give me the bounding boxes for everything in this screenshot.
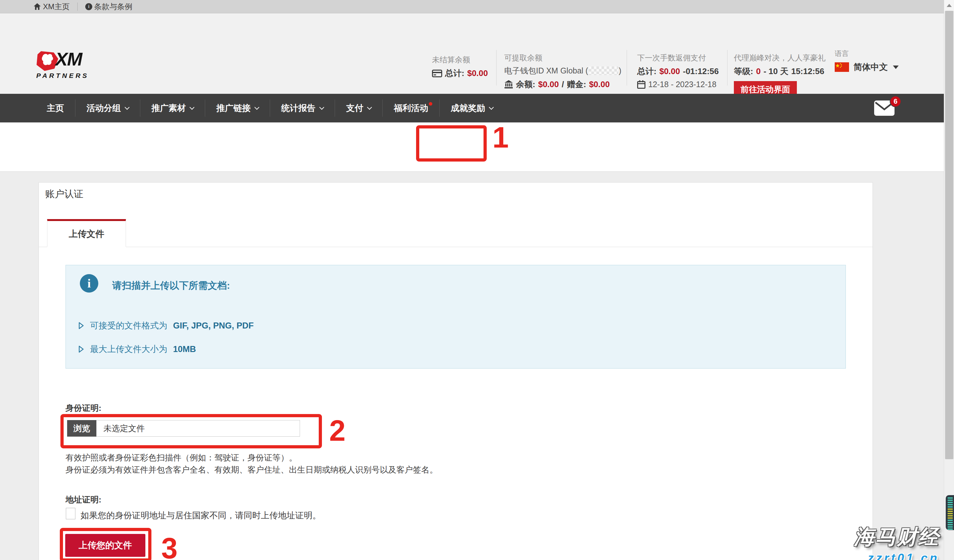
account-verification-card: 账户认证 上传文件 请扫描并上传以下所需文档: 可接受的文件格式为 GIF, J… — [39, 182, 873, 560]
scrollbar-thumb[interactable] — [945, 11, 953, 459]
wallet-separator: / — [562, 79, 564, 89]
unsettled-total-label: 总计: — [445, 68, 465, 79]
play-bullet-icon — [78, 322, 84, 330]
header-divider — [496, 50, 497, 86]
unsettled-total-value: $0.00 — [467, 68, 488, 78]
info-icon — [85, 3, 92, 10]
next-rebate-section: 下一次手数返佣支付 总计: $0.00 -01:12:56 12-18 - 20… — [637, 53, 719, 89]
nav-item-promo-materials[interactable]: 推广素材 — [140, 100, 205, 117]
nav-label: 福利活动 — [394, 103, 428, 114]
logo-xm-text: XM — [55, 48, 82, 70]
wallet-balance-label: 余额: — [516, 79, 535, 90]
nav-item-statistics-reports[interactable]: 统计报告 — [270, 100, 335, 117]
rebate-label: 下一次手数返佣支付 — [637, 53, 719, 63]
language-selected: 简体中文 — [853, 61, 888, 73]
topbar-home-label: XM主页 — [43, 2, 70, 12]
china-flag-icon — [835, 62, 849, 72]
stripe-widget — [946, 495, 954, 530]
tab-upload-file[interactable]: 上传文件 — [47, 219, 126, 247]
rebate-countdown: -01:12:56 — [683, 67, 719, 76]
page: XM主页 条款与条例 XM PARTNERS 未结算余额 — [0, 0, 954, 560]
nav-item-activity-groups[interactable]: 活动分组 — [75, 100, 140, 117]
nav-item-home[interactable]: 主页 — [36, 100, 75, 117]
wallet-bonus-label: 赠金: — [567, 79, 586, 90]
user-bar: 尊敬的SAN，您好 当前等级： Bronze 升级攻略 代理成就奖励计划，尊享更… — [0, 123, 944, 172]
identity-proof-label: 身份证明: — [65, 403, 101, 414]
chevron-down-icon — [489, 105, 494, 110]
wallet-id-suffix: ) — [619, 66, 621, 75]
card-icon — [432, 70, 442, 77]
topbar-link-xm-home[interactable]: XM主页 — [33, 2, 70, 12]
info-item-formats: 可接受的文件格式为 GIF, JPG, PNG, PDF — [78, 320, 254, 331]
info-item-bold: GIF, JPG, PNG, PDF — [173, 321, 254, 331]
nav-label: 成就奖励 — [451, 103, 485, 114]
annotation-number-3: 3 — [161, 534, 178, 560]
topbar-divider — [77, 3, 78, 11]
chevron-down-icon — [254, 105, 260, 110]
info-item-text: 最大上传文件大小为 — [90, 344, 167, 355]
header-divider — [627, 50, 627, 86]
topbar-terms-label: 条款与条例 — [94, 2, 132, 12]
wallet-balance-value: $0.00 — [538, 79, 559, 89]
contest-countdown: 15:12:56 — [791, 67, 824, 76]
nav-label: 推广链接 — [216, 103, 251, 114]
identity-desc-line1: 有效护照或者身份证彩色扫描件（例如：驾驶证，身份证等）。 — [65, 452, 297, 464]
address-proof-label: 地址证明: — [65, 494, 101, 505]
contest-level-label: 等级: — [734, 66, 753, 77]
header-divider — [727, 50, 728, 86]
withdrawable-balance-section: 可提取余额 电子钱包ID XM Global ( ) 余额: $0.00 / 赠… — [504, 53, 621, 90]
xm-partners-logo[interactable]: XM PARTNERS — [36, 53, 99, 86]
contest-label: 代理巅峰对决，人人享豪礼 — [734, 53, 826, 63]
rebate-total-value: $0.00 — [659, 67, 680, 76]
info-item-size: 最大上传文件大小为 10MB — [78, 344, 196, 355]
language-label: 语言 — [835, 49, 899, 59]
contest-range: - 10 天 — [764, 66, 788, 77]
arrow-up-icon — [947, 4, 952, 7]
nav-item-payments[interactable]: 支付 — [335, 100, 382, 117]
contest-section: 代理巅峰对决，人人享豪礼 等级: 0 - 10 天 15:12:56 前往活动界… — [734, 53, 826, 98]
main-nav: 主页 活动分组 推广素材 推广链接 统计报告 支付 — [0, 94, 944, 123]
nav-label: 统计报告 — [281, 103, 316, 114]
nav-item-achievements[interactable]: 成就奖励 — [439, 100, 504, 117]
page-title: 账户认证 — [45, 188, 83, 201]
wallet-id-redacted — [589, 67, 618, 75]
mail-badge: 6 — [890, 96, 901, 107]
chevron-down-icon — [125, 105, 130, 110]
wallet-id-prefix: 电子钱包ID XM Global ( — [504, 65, 588, 76]
chevron-down-icon — [367, 105, 372, 110]
info-heading: 请扫描并上传以下所需文档: — [112, 279, 230, 292]
browse-button[interactable]: 浏览 — [67, 420, 97, 437]
nav-label: 支付 — [346, 103, 363, 114]
nav-item-benefits[interactable]: 福利活动 — [382, 100, 439, 117]
scroll-up-button[interactable] — [944, 0, 954, 11]
language-section: 语言 简体中文 — [835, 49, 899, 73]
bank-icon — [504, 80, 513, 89]
logo-partners-text: PARTNERS — [36, 72, 89, 79]
scrollbar — [944, 0, 954, 560]
chevron-down-icon — [320, 105, 324, 110]
annotation-number-2: 2 — [329, 416, 346, 445]
rebate-date-range: 12-18 - 2023-12-18 — [648, 80, 716, 89]
rebate-total-label: 总计: — [637, 66, 656, 77]
file-selected-value[interactable]: 未选定文件 — [97, 420, 300, 437]
language-selector[interactable]: 简体中文 — [835, 61, 899, 73]
messages-button[interactable]: 6 — [874, 100, 896, 117]
upload-your-file-button[interactable]: 上传您的文件 — [65, 534, 145, 557]
nav-label: 主页 — [47, 103, 64, 114]
info-circle-icon — [80, 274, 98, 292]
address-proof-checkbox[interactable] — [66, 508, 75, 519]
chevron-down-icon — [190, 105, 195, 110]
identity-file-input: 浏览 未选定文件 — [67, 420, 300, 437]
nav-label: 推广素材 — [151, 103, 186, 114]
nav-items: 主页 活动分组 推广素材 推广链接 统计报告 支付 — [36, 94, 504, 123]
info-box: 请扫描并上传以下所需文档: 可接受的文件格式为 GIF, JPG, PNG, P… — [65, 265, 846, 369]
wallet-bonus-value: $0.00 — [589, 79, 610, 89]
nav-item-promo-links[interactable]: 推广链接 — [205, 100, 270, 117]
calendar-icon — [637, 80, 645, 89]
chevron-down-icon — [893, 65, 899, 69]
nav-label: 活动分组 — [87, 103, 121, 114]
unsettled-label: 未结算余额 — [432, 55, 488, 65]
topbar: XM主页 条款与条例 — [0, 0, 944, 13]
info-item-bold: 10MB — [173, 344, 196, 354]
topbar-link-terms[interactable]: 条款与条例 — [85, 2, 132, 12]
